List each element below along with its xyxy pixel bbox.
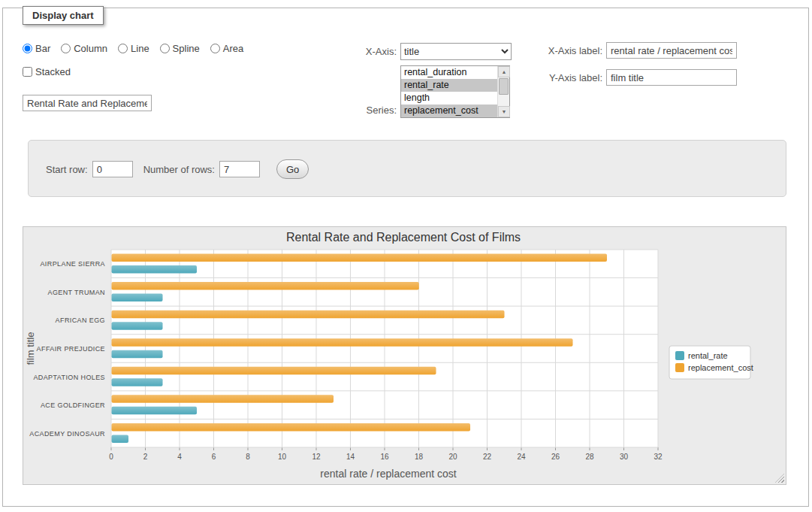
bar-chart: 02468101214161820222426283032AIRPLANE SI…: [23, 227, 786, 484]
chart-type-radio-column[interactable]: [61, 44, 71, 53]
svg-text:Rental Rate and Replacement Co: Rental Rate and Replacement Cost of Film…: [286, 231, 521, 244]
svg-text:6: 6: [212, 453, 216, 461]
chart-type-label-line: Line: [131, 43, 149, 54]
chart-type-radio-bar[interactable]: [23, 44, 32, 53]
series-field: Series: rental_durationrental_ratelength…: [300, 65, 510, 118]
svg-text:22: 22: [483, 453, 492, 461]
svg-text:0: 0: [109, 453, 113, 461]
chart-title-input[interactable]: [23, 95, 152, 111]
chart-type-option-bar[interactable]: Bar: [23, 43, 50, 54]
svg-text:10: 10: [278, 453, 287, 461]
chart-container: 02468101214161820222426283032AIRPLANE SI…: [23, 226, 786, 485]
xaxis-select-label: X-Axis:: [300, 46, 397, 57]
start-row-input[interactable]: [92, 161, 133, 177]
yaxis-label-label: Y-Axis label:: [481, 72, 602, 83]
yaxis-label-input[interactable]: [606, 69, 737, 86]
number-of-rows-label: Number of rows:: [143, 164, 215, 175]
svg-text:film title: film title: [25, 332, 36, 365]
svg-text:AGENT TRUMAN: AGENT TRUMAN: [48, 289, 105, 296]
xaxis-label-field: X-Axis label:: [481, 42, 737, 59]
svg-text:4: 4: [177, 453, 182, 461]
svg-text:18: 18: [415, 453, 424, 461]
page: Display chart Bar Column Line Spline Are…: [0, 0, 812, 512]
rows-panel-controls: Start row: Number of rows: Go: [46, 159, 309, 179]
svg-text:26: 26: [551, 453, 560, 461]
xaxis-label-input[interactable]: [606, 42, 737, 59]
svg-text:AFRICAN EGG: AFRICAN EGG: [56, 317, 105, 324]
svg-text:30: 30: [620, 453, 629, 461]
panel-legend: Display chart: [23, 6, 104, 25]
go-button[interactable]: Go: [276, 159, 309, 179]
stacked-label: Stacked: [35, 66, 71, 77]
svg-text:16: 16: [380, 453, 389, 461]
scroll-down-icon[interactable]: ▼: [498, 106, 510, 117]
chart-type-label-bar: Bar: [35, 43, 50, 54]
svg-text:AIRPLANE SIERRA: AIRPLANE SIERRA: [40, 260, 105, 268]
series-listbox-label: Series:: [300, 105, 397, 116]
number-of-rows-input[interactable]: [219, 161, 260, 177]
svg-text:24: 24: [517, 453, 526, 461]
chart-type-radio-area[interactable]: [210, 44, 220, 53]
svg-text:ACADEMY DINOSAUR: ACADEMY DINOSAUR: [29, 430, 105, 438]
xaxis-field: X-Axis: title: [300, 43, 512, 60]
yaxis-label-field: Y-Axis label:: [481, 69, 737, 86]
rows-panel: Start row: Number of rows: Go: [28, 140, 786, 197]
svg-text:8: 8: [246, 453, 250, 461]
svg-text:AFFAIR PREJUDICE: AFFAIR PREJUDICE: [37, 345, 105, 353]
chart-type-radio-line[interactable]: [118, 44, 128, 53]
chart-type-label-spline: Spline: [173, 43, 200, 54]
svg-text:2: 2: [143, 453, 148, 461]
svg-text:20: 20: [448, 453, 457, 461]
stacked-option[interactable]: Stacked: [23, 66, 71, 77]
svg-text:replacement_cost: replacement_cost: [688, 363, 753, 372]
chart-type-option-column[interactable]: Column: [61, 43, 107, 54]
svg-text:12: 12: [312, 453, 321, 461]
svg-text:ACE GOLDFINGER: ACE GOLDFINGER: [41, 401, 105, 409]
chart-type-label-area: Area: [223, 43, 243, 54]
start-row-label: Start row:: [46, 164, 88, 175]
chart-type-label-column: Column: [74, 43, 107, 54]
stacked-checkbox[interactable]: [23, 67, 32, 77]
svg-text:28: 28: [585, 453, 594, 461]
svg-text:14: 14: [346, 453, 355, 461]
chart-type-option-line[interactable]: Line: [118, 43, 149, 54]
chart-type-radio-spline[interactable]: [160, 44, 170, 53]
series-option-replacement_cost[interactable]: replacement_cost: [401, 105, 497, 117]
chart-type-option-area[interactable]: Area: [210, 43, 243, 54]
svg-text:ADAPTATION HOLES: ADAPTATION HOLES: [33, 374, 105, 381]
svg-text:rental rate / replacement cost: rental rate / replacement cost: [320, 468, 456, 480]
chart-type-option-spline[interactable]: Spline: [160, 43, 200, 54]
svg-text:32: 32: [654, 453, 663, 461]
xaxis-label-label: X-Axis label:: [481, 45, 602, 56]
svg-text:rental_rate: rental_rate: [688, 351, 728, 360]
chart-type-radios: Bar Column Line Spline Area: [23, 43, 243, 54]
series-option-length[interactable]: length: [401, 92, 497, 105]
